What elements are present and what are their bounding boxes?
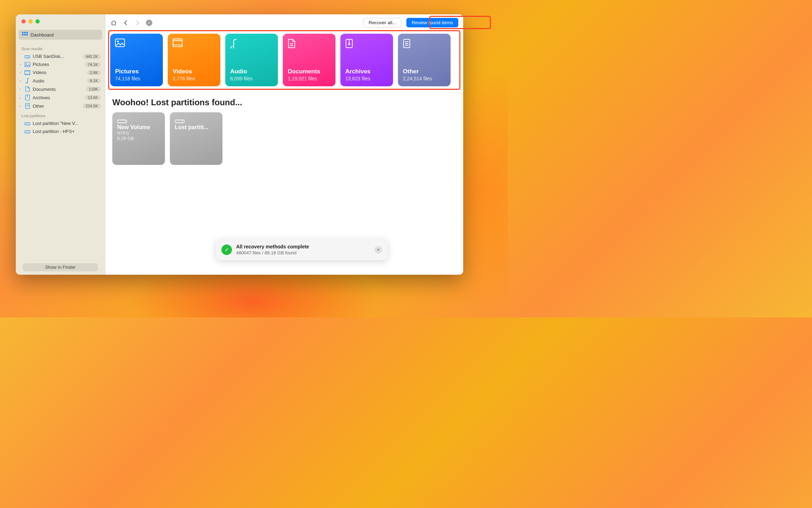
card-archives[interactable]: Archives 13,623 files (340, 34, 393, 86)
card-videos[interactable]: Videos 2,776 files (168, 34, 220, 86)
chevron-right-icon[interactable]: › (19, 96, 22, 100)
sidebar-header-scan-results: Scan results (16, 43, 105, 52)
svg-rect-3 (22, 34, 24, 35)
review-found-items-label: Review found items (412, 20, 453, 25)
sidebar-item-archives[interactable]: › Archives 13.6K (16, 93, 105, 102)
partition-card[interactable]: Lost partiti... (170, 112, 222, 165)
sidebar-item-label: Audio (33, 78, 85, 83)
svg-rect-17 (115, 39, 125, 47)
card-title: Documents (288, 68, 331, 75)
lost-partitions-heading: Woohoo! Lost partitions found... (112, 98, 456, 107)
sidebar-item-label: Lost partition - HFS+ (33, 129, 101, 134)
status-check-icon[interactable]: ✓ (146, 20, 152, 26)
show-in-finder-label: Show in Finder (45, 265, 76, 270)
toast-text: All recovery methods complete 480047 fil… (236, 244, 309, 255)
sidebar-item-pictures[interactable]: › Pictures 74.1K (16, 60, 105, 68)
svg-point-18 (117, 41, 119, 42)
card-title: Pictures (115, 68, 158, 75)
sidebar-item-label: Other (33, 103, 81, 109)
partition-size: 6.29 GB (117, 136, 160, 141)
card-subtitle: 13,623 files (345, 76, 388, 81)
home-icon[interactable] (110, 19, 117, 26)
show-in-finder-button[interactable]: Show in Finder (23, 263, 98, 271)
sidebar-item-audio[interactable]: › Audio 8.1K (16, 76, 105, 85)
sidebar-header-lost-partitions: Lost partitions (16, 110, 105, 119)
card-title: Other (403, 68, 446, 75)
videos-icon (173, 39, 215, 48)
card-other[interactable]: Other 2,24,514 files (398, 34, 451, 86)
minimize-window-button[interactable] (28, 19, 33, 24)
card-subtitle: 74,118 files (115, 76, 158, 81)
card-subtitle: 2,776 files (173, 76, 215, 81)
card-subtitle: 2,24,514 files (403, 76, 446, 81)
sidebar: Dashboard Scan results USB SanDisk... 44… (16, 14, 105, 275)
close-window-button[interactable] (21, 19, 26, 24)
sidebar-item-dashboard[interactable]: Dashboard (19, 30, 102, 40)
check-circle-icon: ✓ (221, 245, 232, 255)
sidebar-item-count: 119K (86, 87, 101, 92)
drive-icon (24, 54, 31, 59)
toast-close-button[interactable]: ✕ (374, 246, 382, 254)
card-subtitle: 8,099 files (230, 76, 273, 81)
sidebar-item-drive[interactable]: USB SanDisk... 442.2K (16, 52, 105, 60)
videos-icon (24, 70, 31, 75)
svg-rect-5 (26, 34, 28, 35)
pictures-icon (24, 62, 31, 67)
sidebar-item-count: 74.1K (85, 62, 101, 67)
svg-rect-0 (22, 32, 24, 33)
recover-all-button[interactable]: Recover all... (363, 18, 401, 27)
sidebar-item-other[interactable]: › Other 224.5K (16, 102, 105, 110)
chevron-right-icon[interactable]: › (19, 79, 22, 83)
partition-fs: NTFS (117, 131, 160, 136)
svg-rect-9 (25, 70, 30, 75)
archives-icon (24, 95, 31, 100)
review-found-items-button[interactable]: Review found items (406, 18, 458, 27)
sidebar-item-count: 13.6K (85, 95, 101, 100)
drive-icon (24, 129, 31, 134)
card-documents[interactable]: Documents 1,19,021 files (283, 34, 335, 86)
card-title: Archives (345, 68, 388, 75)
partition-title: Lost partiti... (175, 124, 218, 131)
partition-card[interactable]: New Volume NTFS 6.29 GB (112, 112, 165, 165)
svg-rect-1 (24, 32, 26, 33)
svg-point-29 (348, 44, 350, 45)
sidebar-item-videos[interactable]: › Videos 2.8K (16, 68, 105, 76)
audio-icon (230, 39, 273, 48)
toolbar: ✓ Recover all... Review found items (105, 14, 463, 31)
chevron-right-icon[interactable]: › (19, 87, 22, 91)
drive-icon (117, 117, 160, 124)
sidebar-item-lost-partition[interactable]: Lost partition "New V... (16, 119, 105, 127)
toast-title: All recovery methods complete (236, 244, 309, 249)
chevron-right-icon[interactable]: › (19, 104, 22, 108)
card-pictures[interactable]: Pictures 74,118 files (110, 34, 163, 86)
chevron-right-icon[interactable]: › (19, 71, 22, 74)
svg-point-35 (182, 121, 183, 122)
nav-forward-icon (134, 19, 141, 26)
audio-icon (24, 78, 31, 83)
chevron-right-icon[interactable]: › (19, 62, 22, 66)
documents-icon (288, 39, 331, 48)
nav-back-icon[interactable] (122, 19, 129, 26)
toast-subtitle: 480047 files / 88.18 GB found (236, 250, 309, 255)
card-subtitle: 1,19,021 files (288, 76, 331, 81)
sidebar-item-documents[interactable]: › Documents 119K (16, 85, 105, 93)
drive-icon (24, 121, 31, 126)
archives-icon (345, 39, 388, 48)
sidebar-item-label: Pictures (33, 62, 83, 67)
maximize-window-button[interactable] (35, 19, 40, 24)
drive-icon (175, 117, 218, 124)
sidebar-item-label: Archives (33, 95, 83, 100)
other-icon (403, 39, 446, 48)
drive-count: 442.2K (83, 54, 101, 59)
other-icon (24, 103, 31, 109)
dashboard-grid-icon (22, 32, 28, 38)
sidebar-item-label: Documents (33, 87, 84, 92)
window-controls (16, 14, 105, 28)
documents-icon (24, 86, 31, 92)
card-title: Audio (230, 68, 273, 75)
dashboard-label: Dashboard (31, 32, 54, 38)
svg-rect-2 (26, 32, 28, 33)
app-window: Dashboard Scan results USB SanDisk... 44… (16, 14, 463, 275)
sidebar-item-lost-partition[interactable]: Lost partition - HFS+ (16, 127, 105, 135)
card-audio[interactable]: Audio 8,099 files (225, 34, 278, 86)
